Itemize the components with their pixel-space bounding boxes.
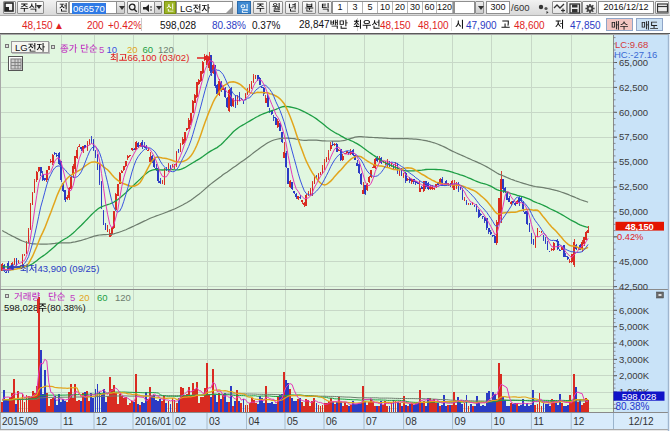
- svg-text:28,847: 28,847: [299, 19, 330, 30]
- svg-text:11: 11: [63, 416, 74, 427]
- svg-text:52,500: 52,500: [619, 181, 648, 192]
- svg-text:04: 04: [249, 416, 261, 427]
- svg-text:HC:-27.16: HC:-27.16: [614, 49, 657, 60]
- svg-text:5,000K: 5,000K: [619, 321, 650, 332]
- svg-text:50,000: 50,000: [619, 206, 648, 217]
- svg-text:45,000: 45,000: [619, 256, 648, 267]
- svg-text:66,100 (03/02): 66,100 (03/02): [128, 52, 190, 63]
- svg-text:12/12: 12/12: [628, 416, 653, 427]
- svg-text:55,000: 55,000: [619, 156, 648, 167]
- svg-text:12: 12: [96, 416, 108, 427]
- svg-text:6,000K: 6,000K: [619, 305, 650, 316]
- svg-text:08: 08: [406, 416, 418, 427]
- svg-text:80.38%: 80.38%: [616, 401, 650, 412]
- svg-text:57,500: 57,500: [619, 131, 648, 142]
- svg-text:02: 02: [175, 416, 187, 427]
- svg-text:4,000K: 4,000K: [619, 337, 650, 348]
- svg-text:60,000: 60,000: [619, 107, 648, 118]
- svg-text:2015/09: 2015/09: [2, 416, 39, 427]
- svg-text:(80.38%): (80.38%): [47, 302, 86, 313]
- svg-text:03: 03: [209, 416, 221, 427]
- svg-text:LG: LG: [180, 3, 193, 14]
- svg-text:42,500: 42,500: [619, 281, 648, 292]
- svg-text:2016/01: 2016/01: [135, 416, 172, 427]
- svg-text:06: 06: [326, 416, 338, 427]
- svg-text:LC:9.68: LC:9.68: [615, 39, 648, 50]
- svg-text:12: 12: [573, 416, 585, 427]
- svg-text:07: 07: [366, 416, 378, 427]
- svg-text:09: 09: [455, 416, 467, 427]
- svg-text:0.42%: 0.42%: [617, 232, 643, 242]
- svg-text:3,000K: 3,000K: [619, 354, 650, 365]
- svg-text:11: 11: [533, 416, 544, 427]
- svg-text:62,500: 62,500: [619, 82, 648, 93]
- svg-text:LG: LG: [15, 42, 28, 53]
- svg-text:598,028: 598,028: [4, 302, 38, 313]
- svg-text:05: 05: [287, 416, 299, 427]
- svg-text:43,900 (09/25): 43,900 (09/25): [37, 263, 99, 274]
- svg-text:2,000K: 2,000K: [619, 370, 650, 381]
- svg-text:48,150: 48,150: [625, 222, 653, 232]
- svg-text:10: 10: [494, 416, 506, 427]
